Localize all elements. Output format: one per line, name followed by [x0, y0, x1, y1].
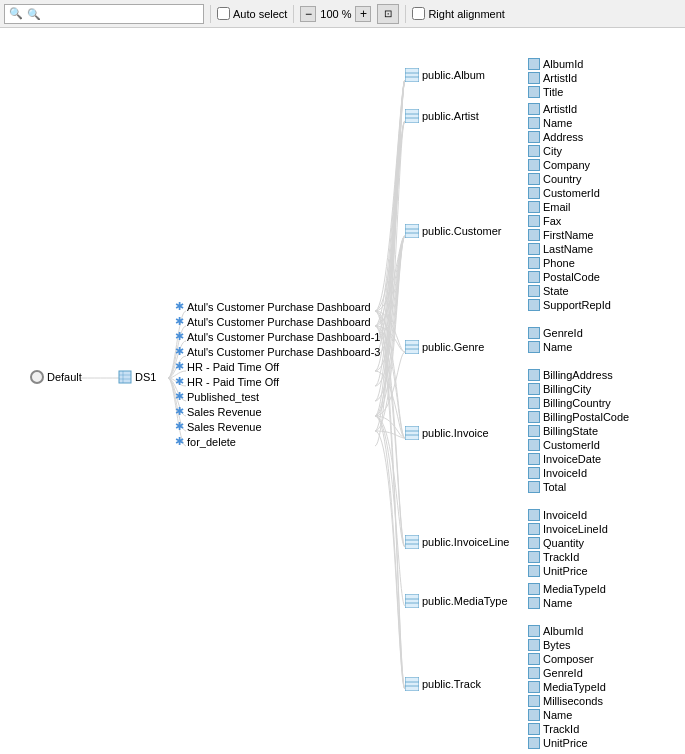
ds1-label: DS1	[135, 371, 156, 383]
svg-rect-25	[405, 677, 419, 691]
field-label: UnitPrice	[543, 737, 588, 749]
field-label: InvoiceDate	[543, 453, 601, 465]
svg-rect-4	[405, 68, 419, 82]
right-alignment-checkbox[interactable]	[412, 7, 425, 20]
field-label: Company	[543, 159, 590, 171]
table-track[interactable]: public.Track	[405, 677, 481, 691]
field-icon	[528, 327, 540, 339]
dashboard-label-4: HR - Paid Time Off	[187, 361, 279, 373]
field-quantity-1: Quantity	[528, 537, 584, 549]
field-label: Name	[543, 597, 572, 609]
field-icon	[528, 159, 540, 171]
dashboard-node-3[interactable]: ✱ Atul's Customer Purchase Dashboard-3	[175, 345, 380, 358]
field-mediatypeid-1: MediaTypeId	[528, 583, 606, 595]
field-firstname: FirstName	[528, 229, 594, 241]
field-label: Email	[543, 201, 571, 213]
field-label: ArtistId	[543, 103, 577, 115]
auto-select-checkbox[interactable]	[217, 7, 230, 20]
field-label: CustomerId	[543, 187, 600, 199]
auto-select-item[interactable]: Auto select	[217, 7, 287, 20]
field-icon	[528, 383, 540, 395]
toolbar-divider-3	[405, 5, 406, 23]
field-icon	[528, 723, 540, 735]
field-label: Title	[543, 86, 563, 98]
field-invoiceid-1: InvoiceId	[528, 467, 587, 479]
field-name-1: Name	[528, 117, 572, 129]
table-customer[interactable]: public.Customer	[405, 224, 501, 238]
field-icon	[528, 583, 540, 595]
dashboard-icon-7: ✱	[175, 405, 184, 418]
table-genre[interactable]: public.Genre	[405, 340, 484, 354]
field-icon	[528, 201, 540, 213]
field-icon	[528, 565, 540, 577]
field-icon	[528, 667, 540, 679]
field-icon	[528, 341, 540, 353]
table-mediatype[interactable]: public.MediaType	[405, 594, 508, 608]
svg-rect-16	[405, 426, 419, 440]
dashboard-node-4[interactable]: ✱ HR - Paid Time Off	[175, 360, 279, 373]
field-icon	[528, 551, 540, 563]
dashboard-node-1[interactable]: ✱ Atul's Customer Purchase Dashboard	[175, 315, 371, 328]
table-artist-label: public.Artist	[422, 110, 479, 122]
table-artist[interactable]: public.Artist	[405, 109, 479, 123]
table-album[interactable]: public.Album	[405, 68, 485, 82]
field-label: Total	[543, 481, 566, 493]
dashboard-icon-0: ✱	[175, 300, 184, 313]
zoom-in-button[interactable]: +	[355, 6, 371, 22]
field-postalcode: PostalCode	[528, 271, 600, 283]
svg-rect-7	[405, 109, 419, 123]
field-label: LastName	[543, 243, 593, 255]
default-node[interactable]: Default	[30, 370, 82, 384]
field-albumid-2: AlbumId	[528, 625, 583, 637]
field-label: InvoiceId	[543, 509, 587, 521]
dashboard-icon-8: ✱	[175, 420, 184, 433]
right-alignment-item[interactable]: Right alignment	[412, 7, 504, 20]
auto-select-label: Auto select	[233, 8, 287, 20]
field-icon	[528, 639, 540, 651]
field-state: State	[528, 285, 569, 297]
field-genreid-2: GenreId	[528, 667, 583, 679]
field-billingpostalcode: BillingPostalCode	[528, 411, 629, 423]
table-icon-mediatype	[405, 594, 419, 608]
field-icon	[528, 173, 540, 185]
dashboard-node-7[interactable]: ✱ Sales Revenue	[175, 405, 262, 418]
field-label: Milliseconds	[543, 695, 603, 707]
field-icon	[528, 597, 540, 609]
field-invoicedate: InvoiceDate	[528, 453, 601, 465]
field-label: Name	[543, 117, 572, 129]
dashboard-label-0: Atul's Customer Purchase Dashboard	[187, 301, 371, 313]
field-icon	[528, 681, 540, 693]
dashboard-node-9[interactable]: ✱ for_delete	[175, 435, 236, 448]
field-invoiceid-2: InvoiceId	[528, 509, 587, 521]
field-icon	[528, 467, 540, 479]
field-label: PostalCode	[543, 271, 600, 283]
fit-button[interactable]: ⊡	[377, 4, 399, 24]
dashboard-icon-6: ✱	[175, 390, 184, 403]
dashboard-node-6[interactable]: ✱ Published_test	[175, 390, 259, 403]
zoom-controls: − 100 % +	[300, 6, 371, 22]
search-input[interactable]	[27, 8, 199, 20]
table-icon-customer	[405, 224, 419, 238]
table-invoiceline[interactable]: public.InvoiceLine	[405, 535, 509, 549]
field-label: City	[543, 145, 562, 157]
table-invoice[interactable]: public.Invoice	[405, 426, 489, 440]
dashboard-node-2[interactable]: ✱ Atul's Customer Purchase Dashboard-1	[175, 330, 380, 343]
svg-rect-0	[119, 371, 131, 383]
field-artistid-2: ArtistId	[528, 103, 577, 115]
field-icon	[528, 86, 540, 98]
search-box[interactable]: 🔍	[4, 4, 204, 24]
field-label: BillingPostalCode	[543, 411, 629, 423]
field-customerid-2: CustomerId	[528, 439, 600, 451]
table-icon-invoice	[405, 426, 419, 440]
dashboard-node-8[interactable]: ✱ Sales Revenue	[175, 420, 262, 433]
field-label: BillingCountry	[543, 397, 611, 409]
zoom-out-button[interactable]: −	[300, 6, 316, 22]
field-label: SupportRepId	[543, 299, 611, 311]
ds1-node[interactable]: DS1	[118, 370, 156, 384]
field-label: Country	[543, 173, 582, 185]
field-icon	[528, 145, 540, 157]
field-icon	[528, 103, 540, 115]
dashboard-icon-9: ✱	[175, 435, 184, 448]
dashboard-node-5[interactable]: ✱ HR - Paid Time Off	[175, 375, 279, 388]
dashboard-node-0[interactable]: ✱ Atul's Customer Purchase Dashboard	[175, 300, 371, 313]
